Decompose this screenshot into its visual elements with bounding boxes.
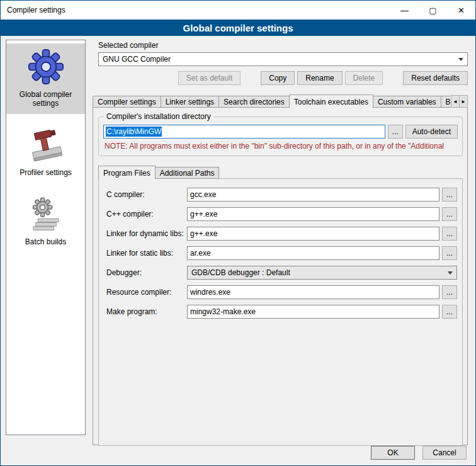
tab-search-directories[interactable]: Search directories: [218, 96, 290, 108]
dynamic-linker-label: Linker for dynamic libs:: [106, 229, 187, 238]
sidebar-item-global-compiler-settings[interactable]: Global compiler settings: [6, 43, 85, 114]
dialog-body: Global compiler settings Profiler se: [1, 36, 475, 465]
page-header: Global compiler settings: [1, 20, 475, 36]
install-dir-selected-text: C:\raylib\MinGW: [106, 127, 162, 137]
page-title: Global compiler settings: [183, 23, 293, 33]
install-dir-groupbox: Compiler's installation directory C:\ray…: [98, 116, 463, 156]
chevron-down-icon: [448, 271, 453, 275]
copy-button[interactable]: Copy: [261, 71, 295, 85]
tab-scroll-left-icon[interactable]: ◄: [451, 95, 460, 108]
compiler-actions: Set as default Copy Rename Delete Reset …: [98, 71, 468, 85]
close-icon[interactable]: ✕: [447, 1, 475, 20]
titlebar: Compiler settings — ▢ ✕: [1, 1, 475, 20]
caption-buttons: — ▢ ✕: [390, 1, 475, 20]
browse-install-dir-button[interactable]: ...: [388, 125, 403, 139]
dynamic-linker-row: Linker for dynamic libs: ...: [106, 227, 457, 241]
static-linker-label: Linker for static libs:: [106, 249, 187, 258]
c-compiler-row: C compiler: ...: [106, 188, 457, 202]
compiler-tabstrip: Compiler settings Linker settings Search…: [93, 94, 468, 108]
profiler-icon: [28, 127, 64, 163]
set-as-default-button[interactable]: Set as default: [178, 71, 241, 85]
batch-builds-icon: [28, 196, 64, 232]
dynamic-linker-input[interactable]: [187, 227, 439, 241]
selected-compiler-value: GNU GCC Compiler: [103, 55, 171, 64]
program-files-panel: C compiler: ... C++ compiler: ... Linker…: [98, 178, 463, 446]
main-content: Selected compiler GNU GCC Compiler Set a…: [93, 38, 468, 445]
tab-additional-paths[interactable]: Additional Paths: [155, 167, 220, 179]
window-title: Compiler settings: [1, 6, 65, 14]
selected-compiler-label: Selected compiler: [98, 41, 468, 50]
make-program-row: Make program: ...: [106, 305, 457, 319]
tab-build[interactable]: Build: [441, 96, 450, 108]
reset-defaults-button[interactable]: Reset defaults: [403, 71, 468, 85]
sidebar-item-batch-builds[interactable]: Batch builds: [6, 191, 85, 253]
debugger-label: Debugger:: [106, 268, 187, 277]
cpp-compiler-label: C++ compiler:: [106, 210, 187, 219]
debugger-row: Debugger: GDB/CDB debugger : Default: [106, 266, 457, 280]
settings-sidebar: Global compiler settings Profiler se: [6, 40, 86, 435]
tab-scroll-right-icon[interactable]: ►: [459, 95, 468, 108]
program-files-tabstrip: Program Files Additional Paths: [98, 165, 463, 179]
make-program-label: Make program:: [106, 307, 187, 316]
maximize-icon[interactable]: ▢: [419, 1, 447, 20]
tab-toolchain-executables[interactable]: Toolchain executables: [289, 94, 373, 108]
sidebar-item-label: Batch builds: [25, 237, 66, 246]
tab-custom-variables[interactable]: Custom variables: [373, 96, 441, 108]
delete-button[interactable]: Delete: [345, 71, 383, 85]
sidebar-item-label: Global compiler settings: [9, 90, 82, 108]
rename-button[interactable]: Rename: [297, 71, 342, 85]
static-linker-row: Linker for static libs: ...: [106, 246, 457, 260]
chevron-down-icon: [458, 58, 463, 61]
install-dir-group-title: Compiler's installation directory: [104, 112, 213, 121]
browse-resource-compiler-button[interactable]: ...: [442, 285, 457, 299]
install-dir-input[interactable]: C:\raylib\MinGW: [103, 125, 385, 139]
compiler-settings-window: Compiler settings — ▢ ✕ Global compiler …: [0, 0, 476, 466]
browse-cpp-compiler-button[interactable]: ...: [442, 207, 457, 221]
resource-compiler-row: Resource compiler: ...: [106, 285, 457, 299]
minimize-icon[interactable]: —: [390, 1, 419, 20]
install-dir-note: NOTE: All programs must exist either in …: [105, 142, 456, 151]
cpp-compiler-input[interactable]: [187, 207, 439, 221]
selected-compiler-dropdown[interactable]: GNU GCC Compiler: [98, 52, 468, 66]
ok-button[interactable]: OK: [371, 446, 415, 460]
tabs-viewport: Compiler settings Linker settings Search…: [93, 94, 450, 108]
resource-compiler-label: Resource compiler:: [106, 288, 187, 297]
debugger-dropdown[interactable]: GDB/CDB debugger : Default: [187, 266, 457, 280]
browse-make-program-button[interactable]: ...: [442, 305, 457, 319]
subtabs-viewport: Program Files Additional Paths: [98, 165, 463, 179]
install-dir-row: C:\raylib\MinGW ... Auto-detect: [103, 125, 458, 139]
debugger-value: GDB/CDB debugger : Default: [191, 268, 290, 277]
sidebar-item-label: Profiler settings: [20, 168, 72, 177]
c-compiler-input[interactable]: [187, 188, 439, 202]
static-linker-input[interactable]: [187, 246, 439, 260]
tab-compiler-settings[interactable]: Compiler settings: [93, 96, 161, 108]
cpp-compiler-row: C++ compiler: ...: [106, 207, 457, 221]
make-program-input[interactable]: [187, 305, 439, 319]
toolchain-executables-panel: Compiler's installation directory C:\ray…: [93, 107, 468, 445]
tab-linker-settings[interactable]: Linker settings: [161, 96, 219, 108]
browse-dynamic-linker-button[interactable]: ...: [442, 227, 457, 241]
cancel-button[interactable]: Cancel: [422, 446, 467, 460]
dialog-footer: OK Cancel: [371, 446, 467, 460]
tab-program-files[interactable]: Program Files: [98, 166, 156, 179]
resource-compiler-input[interactable]: [187, 285, 439, 299]
tab-scroll-buttons: ◄ ►: [451, 95, 468, 108]
browse-static-linker-button[interactable]: ...: [442, 246, 457, 260]
browse-c-compiler-button[interactable]: ...: [442, 188, 457, 202]
auto-detect-button[interactable]: Auto-detect: [405, 125, 458, 139]
c-compiler-label: C compiler:: [106, 190, 187, 199]
gear-icon: [28, 48, 64, 85]
sidebar-item-profiler-settings[interactable]: Profiler settings: [6, 122, 85, 183]
